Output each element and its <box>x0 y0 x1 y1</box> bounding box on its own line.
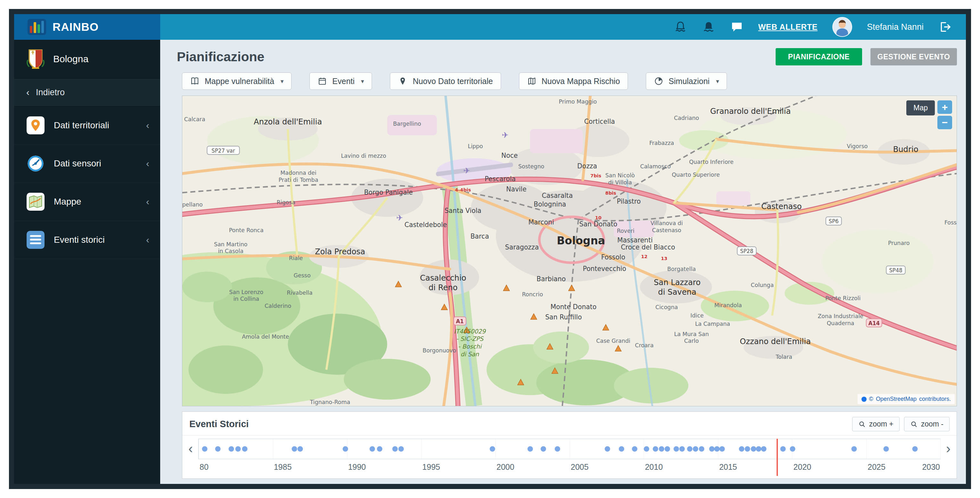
nuova-mappa-rischio-button[interactable]: Nuova Mappa Rischio <box>519 72 628 90</box>
brand-logo[interactable]: RAINBO <box>14 14 160 40</box>
map-canvas[interactable]: CalcaraAnzola dell'EmiliaBargellinoPrimo… <box>182 96 957 406</box>
sidebar-item-eventi-storici[interactable]: Eventi storici ‹ <box>14 221 160 259</box>
timeline-event-dot[interactable] <box>605 446 610 452</box>
timeline-event-dot[interactable] <box>555 446 560 452</box>
timeline-event-dot[interactable] <box>291 446 297 452</box>
map-label: Navile <box>506 185 527 193</box>
flood-alert-bell-icon[interactable] <box>674 20 687 34</box>
timeline-event-dot[interactable] <box>665 446 670 452</box>
attribution-osm-link[interactable]: OpenStreetMap <box>876 396 916 402</box>
svg-text:SP6: SP6 <box>829 219 839 225</box>
timeline-track[interactable]: 8019851990199520002005201020152020202520… <box>198 436 940 479</box>
mappe-vulnerabilita-button[interactable]: Mappe vulnerabilità ▾ <box>182 72 291 90</box>
road-shield: SP6 <box>826 217 842 225</box>
timeline-zoom-in-button[interactable]: zoom + <box>852 417 900 431</box>
timeline-event-dot[interactable] <box>377 446 382 452</box>
sidebar-item-dati-sensori[interactable]: Dati sensori ‹ <box>14 145 160 183</box>
siren-bell-icon[interactable] <box>702 20 715 34</box>
timeline-event-dot[interactable] <box>851 446 857 452</box>
map-icon <box>527 76 537 86</box>
map-zoom-out-button[interactable]: − <box>937 116 952 129</box>
web-allerte-link[interactable]: WEB ALLERTE <box>758 22 818 32</box>
events-header: Eventi Storici zoom + zoom - <box>182 412 957 435</box>
map-label: Bologna <box>557 234 605 247</box>
map-label: Villanova diCastenaso <box>650 220 683 233</box>
timeline-event-dot[interactable] <box>644 446 649 452</box>
timeline-zoom-controls: zoom + zoom - <box>852 417 950 431</box>
timeline-event-dot[interactable] <box>619 446 624 452</box>
map-label: Croce del Biacco <box>621 243 675 251</box>
timeline-event-dot[interactable] <box>235 446 240 452</box>
timeline-event-dot[interactable] <box>709 446 714 452</box>
timeline-event-dot[interactable] <box>745 446 750 452</box>
timeline-event-dot[interactable] <box>790 446 795 452</box>
caret-down-icon: ▾ <box>281 78 284 85</box>
nuovo-dato-territoriale-button[interactable]: Nuovo Dato territoriale <box>390 72 501 90</box>
timeline-event-dot[interactable] <box>369 446 375 452</box>
map-layer-button[interactable]: Map <box>906 101 935 115</box>
map-label: Quarto Superiore <box>672 172 720 178</box>
rainbo-bars-icon <box>27 19 46 35</box>
timeline-event-dot[interactable] <box>761 446 767 452</box>
timeline-event-dot[interactable] <box>228 446 234 452</box>
timeline-event-dot[interactable] <box>687 446 692 452</box>
map-label: Lippo <box>468 143 483 149</box>
gestione-evento-button[interactable]: GESTIONE EVENTO <box>870 48 957 65</box>
map-label: Casaralta <box>542 192 573 199</box>
eventi-button[interactable]: Eventi ▾ <box>309 72 372 90</box>
map-label: Monte Donato <box>550 303 597 311</box>
timeline-event-dot[interactable] <box>699 446 704 452</box>
airport-icon: ✈ <box>502 130 508 140</box>
timeline-event-dot[interactable] <box>739 446 744 452</box>
timeline-event-dot[interactable] <box>490 446 495 452</box>
map-label: Granarolo dell'Emilia <box>710 106 791 115</box>
timeline-event-dot[interactable] <box>659 446 664 452</box>
road-shield: SP27 var <box>207 146 239 155</box>
timeline-event-dot[interactable] <box>393 446 398 452</box>
timeline-event-dot[interactable] <box>780 446 786 452</box>
timeline-event-dot[interactable] <box>398 446 404 452</box>
timeline-event-dot[interactable] <box>673 446 679 452</box>
book-icon <box>190 76 200 86</box>
sidebar-item-label: Dati sensori <box>54 158 101 169</box>
timeline-event-dot[interactable] <box>343 446 348 452</box>
timeline-event-dot[interactable] <box>215 446 221 452</box>
timeline-prev-button[interactable]: ‹ <box>184 439 197 458</box>
sensor-gauge-icon <box>26 154 45 173</box>
timeline-event-dot[interactable] <box>527 446 533 452</box>
timeline-event-dot[interactable] <box>912 446 918 452</box>
timeline-event-dot[interactable] <box>653 446 659 452</box>
leaflet-flag-icon <box>861 397 867 402</box>
timeline-next-button[interactable]: › <box>942 439 955 458</box>
back-button[interactable]: ‹ Indietro <box>14 78 160 107</box>
timeline-event-dot[interactable] <box>884 446 889 452</box>
pianificazione-button[interactable]: PIANIFICAZIONE <box>776 48 862 65</box>
timeline-tick-line <box>421 439 422 459</box>
simulazioni-button[interactable]: Simulazioni ▾ <box>646 72 727 90</box>
map-label: Noce <box>501 152 518 159</box>
timeline-event-dot[interactable] <box>298 446 303 452</box>
timeline-event-dot[interactable] <box>719 446 725 452</box>
timeline-event-dot[interactable] <box>693 446 698 452</box>
map-label: Croara <box>635 342 654 349</box>
timeline-event-dot[interactable] <box>679 446 685 452</box>
timeline-event-dot[interactable] <box>714 446 720 452</box>
timeline-event-dot[interactable] <box>751 446 756 452</box>
map-label: San Martinoin Casola <box>214 241 248 254</box>
map-zoom-in-button[interactable]: + <box>937 101 952 114</box>
timeline-zoom-out-button[interactable]: zoom - <box>904 417 950 431</box>
timeline-event-dot[interactable] <box>632 446 638 452</box>
logout-icon[interactable] <box>939 20 952 34</box>
toolbar-label: Eventi <box>332 77 354 86</box>
airport-icon: ✈ <box>396 213 403 223</box>
timeline-event-dot[interactable] <box>541 446 546 452</box>
timeline-dots-area[interactable] <box>198 439 940 459</box>
sidebar-item-mappe[interactable]: Mappe ‹ <box>14 183 160 221</box>
timeline-event-dot[interactable] <box>202 446 207 452</box>
chat-icon[interactable] <box>730 20 744 34</box>
timeline-event-dot[interactable] <box>756 446 761 452</box>
user-avatar[interactable] <box>832 17 852 37</box>
sidebar-item-dati-territoriali[interactable]: Dati territoriali ‹ <box>14 107 160 145</box>
timeline-event-dot[interactable] <box>242 446 247 452</box>
caret-down-icon: ▾ <box>716 78 719 85</box>
